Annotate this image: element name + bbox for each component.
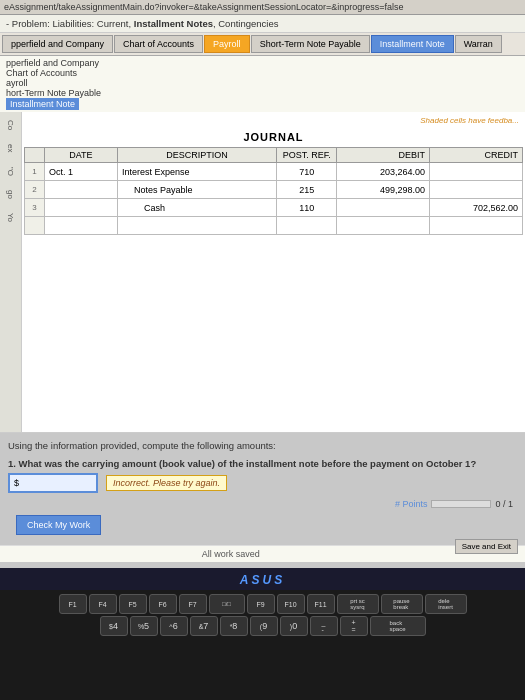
breadcrumb-4: hort-Term Note Payable [6,88,519,98]
row-2-date [44,181,117,199]
key-f4[interactable]: F4 [89,594,117,614]
nav-tab-short-term[interactable]: Short-Term Note Payable [251,35,370,53]
nav-tab-company[interactable]: pperfield and Company [2,35,113,53]
breadcrumb-5: Installment Note [6,98,79,110]
col-rownum [25,148,45,163]
key-7[interactable]: &7 [190,616,218,636]
key-prtsc[interactable]: prt scsysrq [337,594,379,614]
key-pause[interactable]: pausebreak [381,594,423,614]
col-date: DATE [44,148,117,163]
save-exit-button[interactable]: Save and Exit [455,539,518,554]
row-2-desc: Notes Payable [117,181,276,199]
key-0[interactable]: )0 [280,616,308,636]
answer-row: Incorrect. Please try again. [8,473,517,493]
key-f1[interactable]: F1 [59,594,87,614]
row-3-desc: Cash [117,199,276,217]
journal-section: Shaded cells have feedba... JOURNAL DATE… [22,112,525,432]
row-1-post: 710 [277,163,337,181]
points-bar [431,500,491,508]
key-f11[interactable]: F11 [307,594,335,614]
problem-label: - Problem: Liabilities: Current, Install… [6,18,278,29]
key-f7[interactable]: F7 [179,594,207,614]
journal-title: JOURNAL [24,127,523,147]
sidebar-label-go: go [6,190,15,199]
nav-tab-chart[interactable]: Chart of Accounts [114,35,203,53]
points-value: 0 / 1 [495,499,513,509]
row-3-credit: 702,562.00 [430,199,523,217]
breadcrumb-2: Chart of Accounts [6,68,519,78]
key-5[interactable]: %5 [130,616,158,636]
col-credit: CREDIT [430,148,523,163]
keyboard-row-1: F1 F4 F5 F6 F7 □/□ F9 F10 F11 prt scsysr… [59,594,467,614]
table-row-empty [25,217,523,235]
key-4[interactable]: $4 [100,616,128,636]
breadcrumb-3: ayroll [6,78,519,88]
keyboard-row-2: $4 %5 ^6 &7 *8 (9 )0 _- += backspace [100,616,426,636]
asus-logo-bar: ASUS [0,568,525,592]
row-3-post: 110 [277,199,337,217]
sidebar-label-ex: ex [6,144,15,152]
points-label: # Points [395,499,428,509]
row-1-credit [430,163,523,181]
row-num-3: 3 [25,199,45,217]
key-minus[interactable]: _- [310,616,338,636]
key-delete[interactable]: deleinsert [425,594,467,614]
question-intro: Using the information provided, compute … [8,439,517,452]
key-f5[interactable]: F5 [119,594,147,614]
row-num-1: 1 [25,163,45,181]
key-backspace[interactable]: backspace [370,616,426,636]
row-3-debit [337,199,430,217]
key-8[interactable]: *8 [220,616,248,636]
check-my-work-button[interactable]: Check My Work [16,515,101,535]
row-1-debit: 203,264.00 [337,163,430,181]
row-2-credit [430,181,523,199]
saved-status-text: All work saved [202,549,260,559]
key-f6[interactable]: F6 [149,594,177,614]
nav-tab-warrant[interactable]: Warran [455,35,502,53]
main-content: Co ex "O go Yo Shaded cells have feedba.… [0,112,525,432]
row-2-post: 215 [277,181,337,199]
row-2-debit: 499,298.00 [337,181,430,199]
row-1-date: Oct. 1 [44,163,117,181]
nav-tab-installment[interactable]: Installment Note [371,35,454,53]
table-row: 3 Cash 110 702,562.00 [25,199,523,217]
sidebar: Co ex "O go Yo [0,112,22,432]
breadcrumb-1: pperfield and Company [6,58,519,68]
incorrect-message: Incorrect. Please try again. [106,475,227,491]
journal-table: DATE DESCRIPTION POST. REF. DEBIT CREDIT… [24,147,523,235]
key-f9[interactable]: F9 [247,594,275,614]
row-num-2: 2 [25,181,45,199]
question-1-text: 1. What was the carrying amount (book va… [8,458,517,469]
sidebar-label-co: Co [6,120,15,130]
key-6[interactable]: ^6 [160,616,188,636]
row-3-date [44,199,117,217]
breadcrumb-area: pperfield and Company Chart of Accounts … [0,56,525,112]
problem-title: - Problem: Liabilities: Current, Install… [0,15,525,33]
col-description: DESCRIPTION [117,148,276,163]
url-text: eAssignment/takeAssignmentMain.do?invoke… [4,2,403,12]
saved-status-bar: All work saved Save and Exit [0,545,525,562]
nav-tabs: pperfield and Company Chart of Accounts … [0,33,525,56]
col-debit: DEBIT [337,148,430,163]
browser-url-bar[interactable]: eAssignment/takeAssignmentMain.do?invoke… [0,0,525,15]
sidebar-label-yo: Yo [6,213,15,222]
table-row: 2 Notes Payable 215 499,298.00 [25,181,523,199]
row-1-desc: Interest Expense [117,163,276,181]
key-9[interactable]: (9 [250,616,278,636]
question-section: Using the information provided, compute … [0,432,525,545]
answer-input[interactable] [8,473,98,493]
table-row: 1 Oct. 1 Interest Expense 710 203,264.00 [25,163,523,181]
key-f10[interactable]: F10 [277,594,305,614]
sidebar-label-o: "O [6,167,15,176]
feedback-bar: Shaded cells have feedba... [24,114,523,127]
key-equals[interactable]: += [340,616,368,636]
points-row: # Points 0 / 1 [8,497,517,511]
nav-tab-payroll[interactable]: Payroll [204,35,250,53]
col-post-ref: POST. REF. [277,148,337,163]
key-f8[interactable]: □/□ [209,594,245,614]
asus-logo: ASUS [240,573,285,587]
keyboard[interactable]: F1 F4 F5 F6 F7 □/□ F9 F10 F11 prt scsysr… [0,590,525,700]
